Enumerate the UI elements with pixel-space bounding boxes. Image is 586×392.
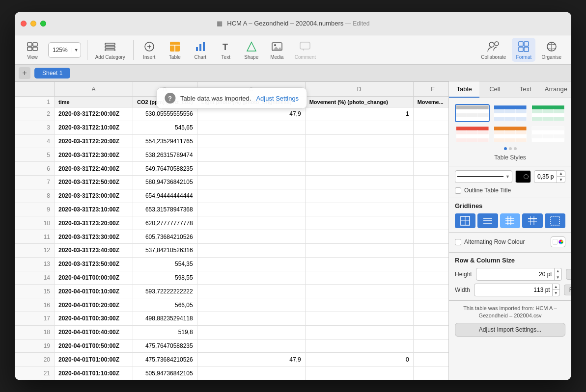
height-input-group[interactable]: ▲ ▼ <box>476 268 562 281</box>
zoom-value[interactable]: 125% <box>49 47 72 53</box>
toolbar-chart[interactable]: Chart <box>189 38 212 62</box>
height-input[interactable] <box>476 270 554 279</box>
cell-e[interactable] <box>413 353 448 366</box>
cell-d[interactable] <box>305 339 413 353</box>
cell-b[interactable]: 566,05 <box>133 298 197 312</box>
gridlines-outline-btn[interactable] <box>500 213 521 228</box>
cell-a[interactable]: 2020-04-01T00:10:00Z <box>55 285 133 298</box>
cell-c[interactable] <box>197 271 305 285</box>
tab-arrange[interactable]: Arrange <box>541 81 571 98</box>
cell-b[interactable]: 530,05555555556 <box>133 107 197 121</box>
cell-a[interactable]: 2020-03-31T23:30:00Z <box>55 230 133 244</box>
border-size-down[interactable]: ▼ <box>557 177 565 183</box>
cell-e[interactable] <box>413 366 448 380</box>
cell-d[interactable] <box>305 189 413 203</box>
cell-a[interactable]: 2020-04-01T01:10:00Z <box>55 366 133 380</box>
cell-b[interactable]: 549,76470588235 <box>133 162 197 176</box>
cell-d[interactable] <box>305 148 413 162</box>
cell-e[interactable] <box>413 339 448 353</box>
border-size-field[interactable] <box>534 172 557 181</box>
dot-2[interactable] <box>509 147 512 150</box>
cell-a[interactable]: 2020-03-31T22:30:00Z <box>55 148 133 162</box>
cell-d[interactable] <box>305 285 413 298</box>
border-size-input[interactable]: ▲ ▼ <box>534 170 565 183</box>
zoom-arrow[interactable]: ▼ <box>72 48 81 52</box>
cell-c[interactable] <box>197 325 305 339</box>
cell-a[interactable]: 2020-04-01T00:40:00Z <box>55 325 133 339</box>
cell-c[interactable] <box>197 230 305 244</box>
cell-c[interactable] <box>197 216 305 230</box>
cell-a[interactable]: 2020-03-31T22:00:00Z <box>55 107 133 121</box>
sheet-tab-1[interactable]: Sheet 1 <box>34 68 70 78</box>
toolbar-view[interactable]: View <box>21 38 44 62</box>
tab-cell[interactable]: Cell <box>479 81 510 98</box>
cell-b[interactable]: 580,94736842105 <box>133 175 197 189</box>
dot-1[interactable] <box>504 147 507 150</box>
cell-d[interactable] <box>305 134 413 148</box>
header-movement2[interactable]: Moveme... <box>413 97 448 107</box>
cell-b[interactable]: 538,26315789474 <box>133 148 197 162</box>
height-down[interactable]: ▼ <box>555 274 561 281</box>
cell-a[interactable]: 2020-04-01T01:00:00Z <box>55 353 133 366</box>
cell-c[interactable] <box>197 366 305 380</box>
cell-a[interactable]: 2020-03-31T23:00:00Z <box>55 189 133 203</box>
tab-text[interactable]: Text <box>510 81 541 98</box>
alt-color-picker[interactable] <box>551 236 565 247</box>
toolbar-text[interactable]: T Text <box>214 38 238 62</box>
cell-d[interactable] <box>305 325 413 339</box>
cell-d[interactable] <box>305 175 413 189</box>
cell-b[interactable]: 475,73684210526 <box>133 353 197 366</box>
cell-d[interactable] <box>305 230 413 244</box>
cell-e[interactable] <box>413 216 448 230</box>
cell-d[interactable] <box>305 366 413 380</box>
cell-b[interactable]: 475,76470588235 <box>133 339 197 353</box>
cell-d[interactable] <box>305 216 413 230</box>
cell-b[interactable]: 654,94444444444 <box>133 189 197 203</box>
cell-d[interactable] <box>305 271 413 285</box>
outline-title-checkbox[interactable] <box>455 187 461 194</box>
cell-b[interactable]: 554,35 <box>133 257 197 271</box>
cell-e[interactable] <box>413 134 448 148</box>
cell-e[interactable] <box>413 285 448 298</box>
table-container[interactable]: A B C D E 1 time CO2 (ppm) (mhz_co2) Lig… <box>15 81 448 380</box>
cell-c[interactable] <box>197 203 305 216</box>
cell-b[interactable]: 653,31578947368 <box>133 203 197 216</box>
cell-a[interactable]: 2020-04-01T00:20:00Z <box>55 298 133 312</box>
line-style-select[interactable]: ▼ <box>455 170 512 183</box>
cell-c[interactable] <box>197 162 305 176</box>
header-time[interactable]: time <box>55 97 133 107</box>
cell-b[interactable]: 593,72222222222 <box>133 285 197 298</box>
cell-c[interactable]: 47,9 <box>197 353 305 366</box>
cell-b[interactable]: 498,88235294118 <box>133 312 197 325</box>
tab-table[interactable]: Table <box>449 81 479 98</box>
cell-d[interactable]: 0 <box>305 353 413 366</box>
cell-a[interactable]: 2020-03-31T22:40:00Z <box>55 162 133 176</box>
add-sheet-button[interactable]: + <box>19 67 30 79</box>
cell-b[interactable]: 620,27777777778 <box>133 216 197 230</box>
cell-d[interactable] <box>305 243 413 257</box>
cell-c[interactable] <box>197 339 305 353</box>
gridlines-header-btn[interactable] <box>522 213 543 228</box>
width-down[interactable]: ▼ <box>553 290 559 296</box>
cell-a[interactable]: 2020-03-31T23:50:00Z <box>55 257 133 271</box>
toolbar-add-category[interactable]: Add Category <box>91 38 129 62</box>
header-movement[interactable]: Movement (%) (photo_change) <box>305 97 413 107</box>
toolbar-organise[interactable]: Organise <box>537 38 565 62</box>
cell-a[interactable]: 2020-04-01T00:00:00Z <box>55 271 133 285</box>
cell-e[interactable] <box>413 162 448 176</box>
cell-a[interactable]: 2020-04-01T00:30:00Z <box>55 312 133 325</box>
style-swatch-1[interactable] <box>455 104 490 122</box>
cell-a[interactable]: 2020-04-01T00:50:00Z <box>55 339 133 353</box>
height-up[interactable]: ▲ <box>555 268 561 274</box>
toolbar-table[interactable]: Table <box>163 38 187 62</box>
cell-a[interactable]: 2020-03-31T23:20:00Z <box>55 216 133 230</box>
cell-e[interactable] <box>413 121 448 134</box>
cell-c[interactable] <box>197 312 305 325</box>
gridlines-all-btn[interactable] <box>455 213 475 228</box>
cell-e[interactable] <box>413 203 448 216</box>
cell-e[interactable] <box>413 257 448 271</box>
cell-b[interactable]: 519,8 <box>133 325 197 339</box>
cell-e[interactable] <box>413 298 448 312</box>
cell-c[interactable]: 47,9 <box>197 107 305 121</box>
cell-b[interactable]: 545,65 <box>133 121 197 134</box>
